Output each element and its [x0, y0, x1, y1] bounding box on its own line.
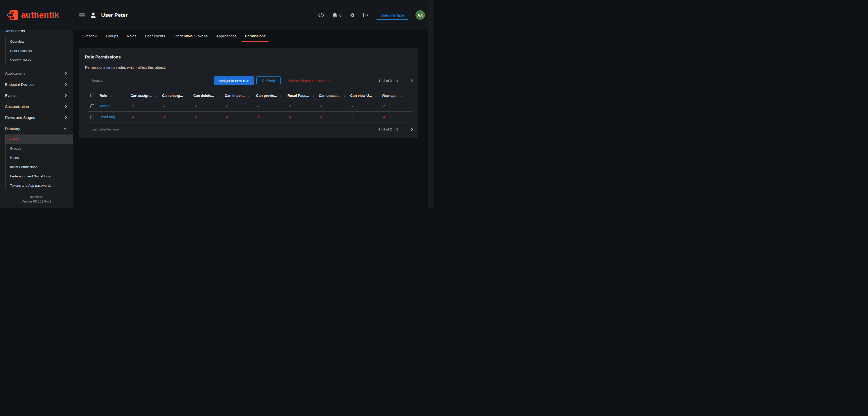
sort-icon[interactable]: ↕: [217, 94, 219, 98]
sidebar-item-events[interactable]: Events: [0, 90, 73, 101]
assign-to-new-role-button[interactable]: Assign to new role: [214, 76, 254, 85]
sidebar-item-federation-and-social-login[interactable]: Federation and Social login: [6, 172, 73, 181]
column-header-can-delete: Can delete...↕: [193, 94, 224, 98]
sort-icon[interactable]: ↕: [280, 94, 282, 98]
sidebar-item-overview[interactable]: Overview: [6, 37, 73, 46]
sort-icon[interactable]: ↕: [248, 94, 250, 98]
role-permissions-card: Role Permissions Permissions set on role…: [79, 48, 418, 138]
pagination-next-icon[interactable]: [410, 79, 413, 82]
notifications-button[interactable]: 0: [332, 12, 342, 18]
column-header-view-ap: View ap...↕: [381, 94, 412, 98]
gear-icon: [350, 12, 355, 18]
user-interface-button[interactable]: User interface: [376, 11, 408, 20]
sidebar-item-label: Applications: [5, 71, 25, 75]
checkbox-cell: [88, 104, 99, 108]
permission-cell: ✓: [256, 104, 287, 109]
sidebar-item-system-tasks[interactable]: System Tasks: [6, 56, 73, 65]
sidebar-item-dashboards[interactable]: Dashboards: [0, 30, 73, 35]
avatar[interactable]: AA: [415, 10, 425, 20]
sidebar-item-directory[interactable]: Directory: [0, 123, 73, 134]
permission-cell: ✓: [161, 104, 193, 109]
cross-icon: ✗: [162, 115, 166, 119]
row-checkbox[interactable]: [90, 104, 94, 108]
api-browser-button[interactable]: [317, 12, 325, 18]
refresh-button[interactable]: Refresh: [256, 76, 281, 85]
pagination-range: 1 - 2 of 2: [378, 79, 392, 82]
sort-icon[interactable]: ↕: [344, 94, 346, 98]
role-cell: Admin: [99, 104, 130, 108]
cross-icon: ✗: [225, 115, 229, 119]
tab-groups[interactable]: Groups: [102, 30, 123, 42]
sidebar-item-groups[interactable]: Groups: [6, 144, 73, 153]
delete-object-permission-button[interactable]: Delete Object Permission: [287, 76, 332, 85]
sidebar-footer-version: Version 2025.12.0-rc1: [0, 199, 73, 204]
brand-wordmark: authentik: [21, 10, 59, 20]
tab-user-events[interactable]: User events: [141, 30, 169, 42]
permission-cell: ✗: [318, 115, 350, 119]
column-header-label: Can previe...: [256, 94, 277, 98]
sort-icon[interactable]: ↕: [401, 94, 403, 98]
check-icon: ✓: [131, 104, 135, 109]
cross-icon: ✗: [256, 115, 260, 119]
role-link[interactable]: Admin: [99, 104, 110, 108]
sort-icon[interactable]: ↕: [312, 94, 314, 98]
column-header-can-unassi: Can unassi...↕: [318, 94, 350, 98]
pagination-prev-icon[interactable]: [396, 128, 399, 131]
user-icon: [90, 12, 96, 18]
settings-button[interactable]: [349, 12, 355, 18]
column-header-can-assign: Can assign...↕: [130, 94, 161, 98]
pagination-next-icon[interactable]: [410, 128, 413, 131]
column-header-label: Can assign...: [131, 94, 152, 98]
tab-credentials-tokens[interactable]: Credentials / Tokens: [169, 30, 212, 42]
role-link[interactable]: Read-only: [99, 115, 116, 119]
sidebar-main-nav: ApplicationsEndpoint DevicesEventsCustom…: [0, 68, 73, 190]
sort-icon[interactable]: ↕: [186, 94, 188, 98]
page-scrollbar[interactable]: [429, 0, 434, 208]
cross-icon: ✗: [287, 115, 291, 119]
permission-cell: ✗: [193, 115, 224, 119]
cross-icon: ✗: [131, 115, 135, 119]
role-cell: Read-only: [99, 115, 130, 119]
sort-icon[interactable]: ↕: [110, 94, 112, 98]
permission-cell: ✓: [287, 104, 318, 109]
row-checkbox[interactable]: [90, 115, 94, 119]
tab-permissions[interactable]: Permissions: [241, 30, 270, 42]
tab-applications[interactable]: Applications: [212, 30, 241, 42]
tab-roles[interactable]: Roles: [123, 30, 141, 42]
sidebar-item-customization[interactable]: Customization: [0, 101, 73, 112]
permission-cell: ✗: [161, 115, 193, 119]
column-header-can-view-u: Can view U...↕: [350, 94, 381, 98]
permission-cell: ✓: [224, 104, 256, 109]
footer-pagination: 1 - 2 of 2: [378, 128, 412, 131]
page-title: User Peter: [101, 12, 128, 18]
table-toolbar: Assign to new role Refresh Delete Object…: [85, 76, 412, 85]
pagination-prev-icon[interactable]: [396, 79, 399, 82]
sort-icon[interactable]: ↕: [155, 94, 157, 98]
sidebar-item-label: Endpoint Devices: [5, 82, 34, 86]
sidebar-item-tokens-and-app-passwords[interactable]: Tokens and App passwords: [6, 181, 73, 190]
sidebar-item-label: Directory: [5, 127, 20, 131]
sidebar-item-initial-permissions[interactable]: Initial Permissions: [6, 162, 73, 172]
sidebar-item-endpoint-devices[interactable]: Endpoint Devices: [0, 79, 73, 90]
tab-list: OverviewGroupsRolesUser eventsCredential…: [78, 30, 270, 42]
column-header-label: Can delete...: [193, 94, 214, 98]
column-header-label: Reset Pass...: [287, 94, 309, 98]
sidebar-item-user-statistics[interactable]: User Statistics: [6, 46, 73, 56]
tab-overview[interactable]: Overview: [78, 30, 102, 42]
sidebar-item-users[interactable]: Users: [5, 135, 73, 144]
check-icon: ✓: [256, 104, 260, 109]
sort-icon[interactable]: ↕: [375, 94, 377, 98]
sidebar-item-applications[interactable]: Applications: [0, 68, 73, 79]
bell-icon: [332, 12, 337, 18]
checkbox-cell: [88, 115, 99, 119]
sidebar-toggle-button[interactable]: [79, 12, 85, 19]
column-header-role: Role↕: [99, 94, 130, 98]
sign-out-button[interactable]: [363, 12, 369, 18]
search-input[interactable]: [91, 76, 211, 85]
sidebar-item-flows-and-stages[interactable]: Flows and Stages: [0, 112, 73, 123]
role-permissions-table: Role↕Can assign...↕Can chang...↕Can dele…: [88, 90, 412, 123]
check-icon: ✓: [319, 104, 323, 109]
pagination-range: 1 - 2 of 2: [378, 128, 392, 131]
sidebar-item-roles[interactable]: Roles: [6, 153, 73, 162]
row-checkbox[interactable]: [90, 94, 94, 97]
